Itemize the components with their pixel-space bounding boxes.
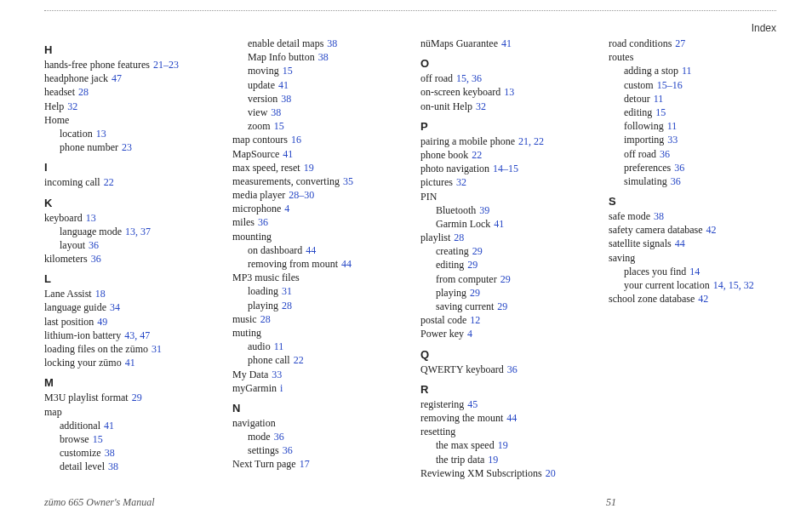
index-term: phone call xyxy=(248,354,290,366)
index-letter: Q xyxy=(420,348,588,361)
page-ref[interactable]: 34 xyxy=(110,301,120,313)
page-ref[interactable]: 17 xyxy=(300,458,310,470)
page-ref[interactable]: 13 xyxy=(96,128,106,140)
page-ref[interactable]: 19 xyxy=(304,162,314,174)
page-ref[interactable]: 22 xyxy=(294,354,304,366)
page-ref[interactable]: 11 xyxy=(682,65,692,77)
page-ref[interactable]: 28 xyxy=(454,232,464,243)
page-ref[interactable]: 36 xyxy=(507,363,518,375)
page-ref[interactable]: 23 xyxy=(122,141,132,153)
index-term: language mode xyxy=(60,226,122,237)
page-ref[interactable]: 41 xyxy=(501,37,512,49)
page-ref[interactable]: 32 xyxy=(476,100,486,112)
page-ref[interactable]: 28–30 xyxy=(289,189,314,201)
page-ref[interactable]: 44 xyxy=(675,237,685,249)
page-ref[interactable]: 41 xyxy=(283,148,293,160)
page-ref[interactable]: 47 xyxy=(112,72,122,84)
page-ref[interactable]: 29 xyxy=(470,287,480,299)
page-ref[interactable]: 42 xyxy=(706,224,717,236)
page-ref[interactable]: 28 xyxy=(282,300,292,312)
page-ref[interactable]: 28 xyxy=(260,313,271,325)
page-ref[interactable]: 36 xyxy=(283,444,293,456)
page-ref[interactable]: 16 xyxy=(291,134,301,146)
page-ref[interactable]: 12 xyxy=(470,314,480,326)
page-ref[interactable]: 38 xyxy=(281,93,291,105)
page-ref[interactable]: 35 xyxy=(343,175,353,187)
page-ref[interactable]: 36 xyxy=(674,162,684,174)
page-ref[interactable]: 15 xyxy=(283,65,293,77)
page-ref[interactable]: 11 xyxy=(654,93,664,105)
index-entry: map contours16 xyxy=(232,133,400,146)
page-ref[interactable]: 38 xyxy=(271,106,281,118)
index-term: mounting xyxy=(232,231,272,243)
page-ref[interactable]: 22 xyxy=(472,149,482,161)
page-ref[interactable]: 38 xyxy=(105,447,115,459)
page-ref[interactable]: 20 xyxy=(546,467,556,479)
page-ref[interactable]: 11 xyxy=(667,120,678,132)
page-ref[interactable]: 38 xyxy=(108,460,118,472)
page-ref[interactable]: 43, 47 xyxy=(124,329,150,341)
index-entry: on-screen keyboard13 xyxy=(420,85,588,99)
page-ref[interactable]: 14–15 xyxy=(493,163,518,174)
page-ref[interactable]: 21, 22 xyxy=(518,135,544,147)
page-ref[interactable]: 41 xyxy=(278,79,289,91)
page-ref[interactable]: 31 xyxy=(282,285,292,297)
page-ref[interactable]: 41 xyxy=(125,357,135,369)
index-term: locking your zūmo xyxy=(44,357,122,369)
page-ref[interactable]: 15, 36 xyxy=(456,72,482,84)
page-ref[interactable]: 36 xyxy=(91,253,101,265)
page-ref[interactable]: i xyxy=(280,382,283,394)
page-ref[interactable]: 44 xyxy=(306,244,316,256)
index-letter: S xyxy=(609,195,776,208)
page-ref[interactable]: 41 xyxy=(104,420,114,432)
index-entry: phone number23 xyxy=(60,140,212,154)
page-ref[interactable]: 29 xyxy=(500,273,511,285)
page-ref[interactable]: 4 xyxy=(467,328,472,340)
page-ref[interactable]: 15 xyxy=(274,120,284,132)
page-ref[interactable]: 39 xyxy=(479,204,489,216)
page-ref[interactable]: 4 xyxy=(284,203,289,214)
page-ref[interactable]: 42 xyxy=(698,293,708,305)
page-ref[interactable]: 38 xyxy=(318,51,329,63)
page-ref[interactable]: 38 xyxy=(327,37,337,49)
page-ref[interactable]: 41 xyxy=(494,218,504,230)
page-ref[interactable]: 36 xyxy=(274,431,284,443)
page-ref[interactable]: 45 xyxy=(467,398,477,410)
page-ref[interactable]: 22 xyxy=(104,176,114,188)
page-ref[interactable]: 13 xyxy=(86,212,96,224)
page-ref[interactable]: 28 xyxy=(78,86,89,98)
page-ref[interactable]: 31 xyxy=(152,343,162,355)
page-ref[interactable]: 13, 37 xyxy=(125,226,151,237)
page-ref[interactable]: 44 xyxy=(506,412,517,424)
page-ref[interactable]: 13 xyxy=(504,86,514,98)
page-ref[interactable]: 33 xyxy=(272,369,282,380)
page-ref[interactable]: 32 xyxy=(456,176,466,188)
page-ref[interactable]: 49 xyxy=(97,316,107,328)
index-term: simulating xyxy=(624,175,667,187)
page-ref[interactable]: 33 xyxy=(667,134,678,146)
index-entry: places you find14 xyxy=(624,265,776,278)
page-ref[interactable]: 15 xyxy=(655,106,666,118)
page-ref[interactable]: 36 xyxy=(671,175,681,187)
index-term: QWERTY keyboard xyxy=(420,363,504,375)
page-ref[interactable]: 19 xyxy=(498,439,508,451)
page-ref[interactable]: 29 xyxy=(497,300,507,312)
page-ref[interactable]: 29 xyxy=(467,259,477,271)
page-ref[interactable]: 36 xyxy=(258,216,268,228)
page-ref[interactable]: 44 xyxy=(341,258,352,270)
page-ref[interactable]: 15–16 xyxy=(657,79,683,91)
page-ref[interactable]: 11 xyxy=(274,340,284,352)
page-ref[interactable]: 38 xyxy=(654,210,664,222)
page-ref[interactable]: 27 xyxy=(675,37,685,49)
page-ref[interactable]: 29 xyxy=(132,392,142,403)
page-ref[interactable]: 36 xyxy=(660,148,670,160)
page-ref[interactable]: 14, 15, 32 xyxy=(713,279,754,291)
page-ref[interactable]: 32 xyxy=(67,100,77,112)
page-ref[interactable]: 15 xyxy=(93,433,103,445)
page-ref[interactable]: 14 xyxy=(689,266,700,277)
page-ref[interactable]: 19 xyxy=(488,454,498,466)
page-ref[interactable]: 21–23 xyxy=(153,59,179,71)
page-ref[interactable]: 18 xyxy=(95,288,106,300)
page-ref[interactable]: 36 xyxy=(89,239,99,251)
page-ref[interactable]: 29 xyxy=(472,245,483,257)
